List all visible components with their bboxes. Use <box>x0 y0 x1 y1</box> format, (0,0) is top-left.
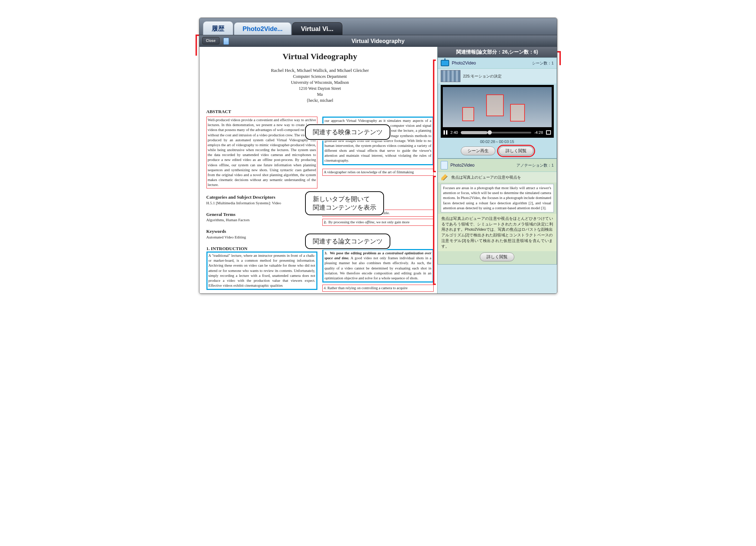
paper-pane[interactable]: Virtual Videography Rachel Heck, Michael… <box>199 47 437 293</box>
filmstrip-icon <box>441 70 460 82</box>
detail-view-button-video[interactable]: 詳しく閲覧 <box>499 147 533 155</box>
face-box-3 <box>462 107 474 121</box>
related-video-card: Photo2Video シーン数：1 225:モーションの決定 <box>438 57 557 159</box>
close-button[interactable]: Close <box>202 37 219 44</box>
face-box-2 <box>510 104 525 122</box>
time-elapsed: 2:40 <box>451 130 458 135</box>
fullscreen-icon[interactable] <box>546 130 551 135</box>
related-content-pane: 関連情報(論文部分：26,シーン数：6) Photo2Video シーン数：1 … <box>437 47 557 293</box>
play-scene-button[interactable]: シーン再生 <box>461 147 495 155</box>
abstract-heading: ABSTRACT <box>206 109 434 114</box>
paper-authors: Rachel Heck, Michael Wallick, and Michae… <box>206 68 434 73</box>
app-window: 履歴 Photo2Vide... Virtual Vi... Close Vir… <box>199 18 557 294</box>
highlight-right1[interactable]: our approach Virtual Videography as it s… <box>322 117 434 165</box>
bubble-new-tab: 新しいタブを開いて 関連コンテンツを表示 <box>305 191 384 215</box>
title-bar: Close Virtual Videography <box>199 35 557 47</box>
related-paper-card: Photo2Video アノテーション数：1 焦点は写真上のビューアの注意や視点… <box>438 159 557 265</box>
video-player[interactable]: 2:40 -4:28 <box>441 85 554 138</box>
video-frame <box>443 87 552 127</box>
window-title: Virtual Videography <box>352 38 405 44</box>
document-icon <box>441 161 448 169</box>
tab-virtual-videography[interactable]: Virtual Vi... <box>292 22 342 35</box>
related-header: 関連情報(論文部分：26,シーン数：6) <box>438 47 557 57</box>
highlight-intro[interactable]: A "traditional" lecture, where an instru… <box>206 252 318 290</box>
related-paragraph-jp: 焦点は写真上のビューアの注意や視点をほとんどひきつけているであろう領域で、シミュ… <box>438 214 557 252</box>
related-paragraph-en: Focuses are areas in a photograph that m… <box>441 184 554 212</box>
highlight-item2[interactable]: 2. By processing the video offline, we n… <box>322 219 434 226</box>
pencil-icon <box>441 173 448 181</box>
highlight-right1b[interactable]: A videographer relies on knowledge of th… <box>322 169 434 176</box>
seek-bar[interactable] <box>461 132 532 134</box>
tab-photo2video[interactable]: Photo2Vide... <box>234 22 292 35</box>
pause-icon[interactable] <box>444 130 448 135</box>
scene-time-range: 00:02:28～00:03:15 <box>438 138 557 145</box>
time-remaining: -4:28 <box>534 130 543 135</box>
tv-icon <box>441 60 449 66</box>
tab-history[interactable]: 履歴 <box>203 21 233 35</box>
bubble-related-video: 関連する映像コンテンツ <box>305 124 390 140</box>
tab-bar: 履歴 Photo2Vide... Virtual Vi... <box>199 18 557 35</box>
face-box-1 <box>486 94 504 116</box>
highlight-abstract[interactable]: Well-produced videos provide a convenien… <box>206 117 318 188</box>
highlight-item4[interactable]: 4. Rather than relying on controlling a … <box>322 285 434 292</box>
detail-view-button-paper[interactable]: 詳しく閲覧 <box>480 253 514 261</box>
bubble-related-paper: 関連する論文コンテンツ <box>305 234 390 249</box>
document-icon <box>223 38 229 45</box>
paper-title: Virtual Videography <box>206 52 434 61</box>
highlight-item3[interactable]: 3. We pose the editing problem as a cons… <box>322 249 434 283</box>
